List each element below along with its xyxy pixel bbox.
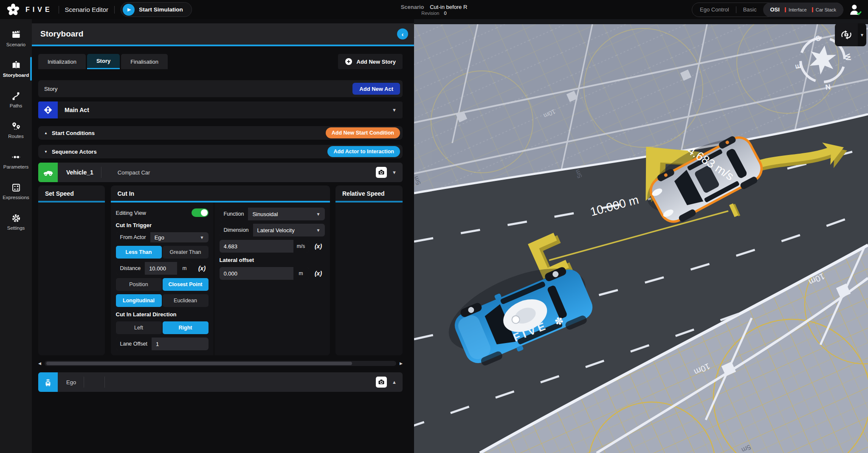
greater-than-button[interactable]: Greater Than bbox=[163, 246, 209, 259]
chevron-up-icon[interactable]: ▲ bbox=[392, 380, 397, 385]
velocity-expression-button[interactable]: (x) bbox=[312, 240, 325, 253]
lane-offset-field: Lane Offset bbox=[116, 338, 209, 350]
sidebar-item-scenario[interactable]: Scenario bbox=[0, 25, 32, 51]
interface-status[interactable]: Interface bbox=[785, 7, 807, 12]
tab-story[interactable]: Story bbox=[87, 54, 120, 69]
tab-initialization[interactable]: Initialization bbox=[38, 54, 86, 69]
cut-in-card[interactable]: Cut In Editing View Cut In Trigger From … bbox=[111, 186, 330, 355]
sidebar-item-routes[interactable]: Routes bbox=[0, 117, 32, 143]
act-icon bbox=[38, 101, 58, 118]
vehicle-type: Compact Car bbox=[118, 169, 150, 176]
add-actor-to-interaction-button[interactable]: Add Actor to Interaction bbox=[327, 146, 400, 157]
brand-name: FIVE bbox=[25, 6, 53, 14]
lateral-offset-expression-button[interactable]: (x) bbox=[312, 267, 325, 280]
set-speed-title: Set Speed bbox=[38, 186, 105, 201]
chevron-down-icon: ▼ bbox=[316, 208, 325, 220]
ego-control-option[interactable]: Ego Control bbox=[700, 6, 729, 13]
longitudinal-button[interactable]: Longitudinal bbox=[116, 294, 162, 307]
right-button[interactable]: Right bbox=[163, 321, 209, 334]
lateral-offset-unit: m bbox=[293, 267, 309, 280]
viewport-tools: ▼ bbox=[835, 23, 866, 46]
lateral-offset-input[interactable] bbox=[220, 267, 293, 280]
cut-in-trigger-title: Cut In Trigger bbox=[116, 221, 209, 229]
relative-speed-card[interactable]: Relative Speed bbox=[335, 186, 403, 355]
scroll-left-arrow[interactable]: ◀ bbox=[38, 361, 41, 366]
camera-options-caret[interactable]: ▼ bbox=[858, 23, 866, 46]
left-button[interactable]: Left bbox=[116, 321, 162, 334]
sequence-actors-label: Sequence Actors bbox=[52, 149, 97, 155]
osi-option[interactable]: OSI bbox=[770, 6, 779, 13]
collapse-up-icon[interactable]: ▲ bbox=[44, 131, 48, 135]
basic-option[interactable]: Basic bbox=[743, 6, 757, 13]
from-actor-select[interactable]: From Actor Ego ▼ bbox=[116, 232, 209, 242]
camera-view-button[interactable] bbox=[376, 167, 387, 178]
vehicle-1-row[interactable]: Vehicle_1 Compact Car ▼ bbox=[38, 163, 403, 182]
less-than-button[interactable]: Less Than bbox=[116, 246, 162, 259]
lane-offset-input[interactable] bbox=[152, 338, 209, 350]
position-button[interactable]: Position bbox=[116, 278, 162, 291]
ego-vehicle-icon bbox=[38, 372, 58, 392]
car-stack-status[interactable]: Car Stack bbox=[812, 7, 836, 12]
scrollbar-track[interactable] bbox=[45, 361, 396, 366]
collapse-down-icon[interactable]: ▼ bbox=[44, 150, 48, 154]
chevron-down-icon[interactable]: ▼ bbox=[392, 107, 397, 113]
gear-icon bbox=[11, 213, 21, 223]
revision-label: Revision bbox=[421, 11, 439, 16]
sidebar-item-expressions[interactable]: Expressions bbox=[0, 178, 32, 204]
velocity-field: m/s bbox=[220, 240, 309, 253]
vehicle-name: Vehicle_1 bbox=[66, 169, 93, 176]
storyboard-icon bbox=[11, 60, 21, 70]
tab-finalisation[interactable]: Finalisation bbox=[121, 54, 168, 69]
panel-header: Storyboard ‹ bbox=[32, 23, 414, 46]
sidebar-item-storyboard[interactable]: Storyboard bbox=[0, 56, 32, 82]
start-conditions-row: ▲ Start Conditions Add New Start Conditi… bbox=[38, 126, 403, 140]
start-simulation-button[interactable]: ▶ Start Simulation bbox=[121, 2, 192, 17]
velocity-input[interactable] bbox=[220, 240, 293, 253]
vehicle-icon bbox=[38, 163, 58, 182]
scrollbar-thumb[interactable] bbox=[46, 362, 352, 365]
distance-input[interactable] bbox=[145, 262, 177, 275]
sidebar-item-settings[interactable]: Settings bbox=[0, 208, 32, 235]
ego-name: Ego bbox=[66, 379, 76, 385]
euclidean-button[interactable]: Euclidean bbox=[163, 294, 209, 307]
orbit-camera-button[interactable] bbox=[835, 23, 858, 46]
scroll-right-arrow[interactable]: ▶ bbox=[400, 361, 403, 366]
scenario-info: Scenario Cut-in before R Revision 0 bbox=[401, 4, 468, 16]
closest-point-button[interactable]: Closest Point bbox=[163, 278, 209, 291]
cut-in-title: Cut In bbox=[111, 186, 330, 201]
path-icon bbox=[11, 91, 21, 101]
relative-speed-body bbox=[335, 203, 403, 355]
relative-speed-title: Relative Speed bbox=[335, 186, 403, 201]
add-new-act-button[interactable]: Add New Act bbox=[352, 83, 400, 95]
lateral-offset-title: Lateral offset bbox=[220, 256, 325, 264]
3d-viewport[interactable]: 10m 5m 5m 10m 10m 5m bbox=[414, 19, 868, 453]
clapperboard-icon bbox=[11, 30, 21, 40]
osi-mode-group: OSI Interface Car Stack bbox=[763, 3, 843, 17]
camera-orbit-icon bbox=[840, 28, 853, 41]
story-row: Story Add New Act bbox=[38, 80, 403, 97]
interface-status-bar bbox=[785, 7, 786, 12]
editing-view-label: Editing View bbox=[116, 210, 146, 216]
editing-view-toggle[interactable] bbox=[192, 208, 209, 217]
add-new-story-button[interactable]: Add New Story bbox=[338, 54, 403, 69]
divider bbox=[59, 6, 59, 14]
set-speed-card[interactable]: Set Speed bbox=[38, 186, 105, 355]
mode-selector: Ego Control Basic OSI Interface Car Stac… bbox=[692, 3, 843, 17]
plus-circle-icon bbox=[345, 58, 352, 65]
distance-expression-button[interactable]: (x) bbox=[196, 262, 209, 275]
sequence-actors-row: ▼ Sequence Actors Add Actor to Interacti… bbox=[38, 145, 403, 158]
sidebar-item-paths[interactable]: Paths bbox=[0, 86, 32, 113]
collapse-panel-button[interactable]: ‹ bbox=[397, 28, 408, 39]
function-select[interactable]: Function Sinusoidal ▼ bbox=[220, 208, 325, 220]
sidebar-item-parameters[interactable]: Parameters bbox=[0, 147, 32, 174]
chevron-down-icon[interactable]: ▼ bbox=[392, 170, 397, 175]
app-title: Scenario Editor bbox=[65, 6, 109, 13]
dimension-select[interactable]: Dimension Lateral Velocity ▼ bbox=[220, 224, 325, 236]
dimension-value: Lateral Velocity bbox=[253, 224, 316, 236]
left-sidebar: Scenario Storyboard Paths Routes bbox=[0, 19, 32, 453]
main-act-row[interactable]: Main Act ▼ bbox=[38, 101, 403, 118]
add-new-start-condition-button[interactable]: Add New Start Condition bbox=[326, 127, 400, 138]
camera-view-button[interactable] bbox=[376, 377, 387, 388]
user-avatar-icon[interactable] bbox=[848, 3, 863, 16]
ego-row[interactable]: Ego ▲ bbox=[38, 372, 403, 392]
